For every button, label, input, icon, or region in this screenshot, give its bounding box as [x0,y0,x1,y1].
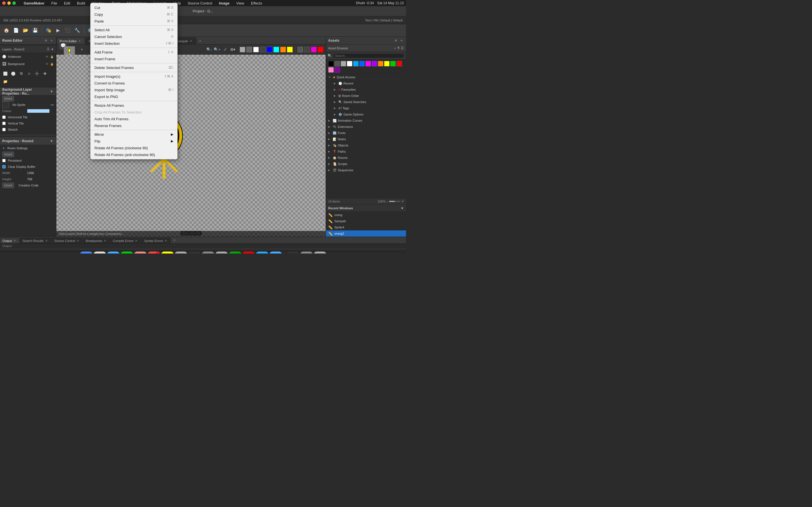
cm-invert-selection[interactable]: Invert Selection ⇧⌘ I [91,40,177,47]
cm-export-png[interactable]: Export to PNG [91,93,177,100]
cm-sep-4 [91,72,177,72]
cm-sep-6 [91,130,177,130]
cm-rotate-ccw-label: Rotate All Frames (anti-clockwise 90) [94,153,155,157]
cm-rotate-cw-label: Rotate All Frames (clockwise 90) [94,146,148,150]
cm-paste-label: Paste [94,19,104,23]
cm-import-images[interactable]: Import Image(s) ⇧⌘ A [91,73,177,80]
cm-reverse-frames-label: Reverse Frames [94,124,121,128]
cm-convert-frames[interactable]: Convert to Frames [91,80,177,87]
cm-sep-2 [91,48,177,48]
cm-delete-frames[interactable]: Delete Selected Frames ⌦ [91,64,177,71]
cm-sep-5 [91,101,177,101]
cm-resize-label: Resize All Frames [94,103,124,108]
cm-paste[interactable]: Paste ⌘ V [91,18,177,24]
cm-import-strip[interactable]: Import Strip Image ⌘ I [91,87,177,93]
cm-reverse-frames[interactable]: Reverse Frames [91,122,177,129]
cm-import-images-shortcut: ⇧⌘ A [164,74,173,78]
cm-select-all[interactable]: Select All ⌘ A [91,26,177,33]
cm-cut-label: Cut [94,6,100,10]
cm-invert-shortcut: ⇧⌘ I [165,41,173,45]
cm-copy-label: Copy [94,12,103,17]
cm-add-frame-shortcut: ⇧ A [167,50,173,54]
cm-resize-all-frames[interactable]: Resize All Frames [91,102,177,109]
context-menu: Cut ⌘ X Copy ⌘ C Paste ⌘ V Select All ⌘ … [90,3,177,159]
cm-export-png-label: Export to PNG [94,95,118,99]
cm-auto-trim[interactable]: Auto Trim All Frames [91,115,177,122]
context-menu-overlay[interactable]: Cut ⌘ X Copy ⌘ C Paste ⌘ V Select All ⌘ … [0,0,406,253]
cm-import-strip-label: Import Strip Image [94,88,124,92]
cm-convert-frames-label: Convert to Frames [94,81,125,86]
cm-delete-frames-label: Delete Selected Frames [94,66,134,70]
cm-insert-frame[interactable]: Insert Frame [91,55,177,62]
cm-auto-trim-label: Auto Trim All Frames [94,117,129,121]
cm-import-images-label: Import Image(s) [94,74,120,78]
cm-import-strip-shortcut: ⌘ I [168,88,173,92]
cm-flip[interactable]: Flip ▶ [91,138,177,145]
cm-cancel-selection[interactable]: Cancel Selection ↺ [91,33,177,40]
cm-flip-arrow-icon: ▶ [171,139,173,143]
cm-crop-label: Crop All Frames To Selection [94,110,142,114]
cm-select-all-label: Select All [94,28,109,32]
cm-cancel-selection-label: Cancel Selection [94,35,122,39]
cm-delete-frames-shortcut: ⌦ [168,66,173,69]
cm-crop-all-frames: Crop All Frames To Selection [91,109,177,115]
cm-copy[interactable]: Copy ⌘ C [91,11,177,18]
cm-mirror[interactable]: Mirror ▶ [91,131,177,138]
cm-rotate-cw[interactable]: Rotate All Frames (clockwise 90) [91,145,177,151]
cm-paste-shortcut: ⌘ V [167,19,173,23]
cm-insert-frame-label: Insert Frame [94,57,115,61]
cm-flip-label: Flip [94,139,100,144]
cm-sep-3 [91,63,177,63]
cm-mirror-label: Mirror [94,132,104,136]
cm-cancel-shortcut: ↺ [170,35,173,39]
cm-add-frame[interactable]: Add Frame ⇧ A [91,49,177,55]
cm-invert-label: Invert Selection [94,41,120,46]
cm-cut[interactable]: Cut ⌘ X [91,4,177,11]
cm-rotate-ccw[interactable]: Rotate All Frames (anti-clockwise 90) [91,151,177,158]
cm-copy-shortcut: ⌘ C [167,12,173,16]
cm-select-all-shortcut: ⌘ A [167,28,173,32]
cm-mirror-arrow-icon: ▶ [171,132,173,136]
cm-add-frame-label: Add Frame [94,50,112,54]
cm-cut-shortcut: ⌘ X [167,6,173,10]
